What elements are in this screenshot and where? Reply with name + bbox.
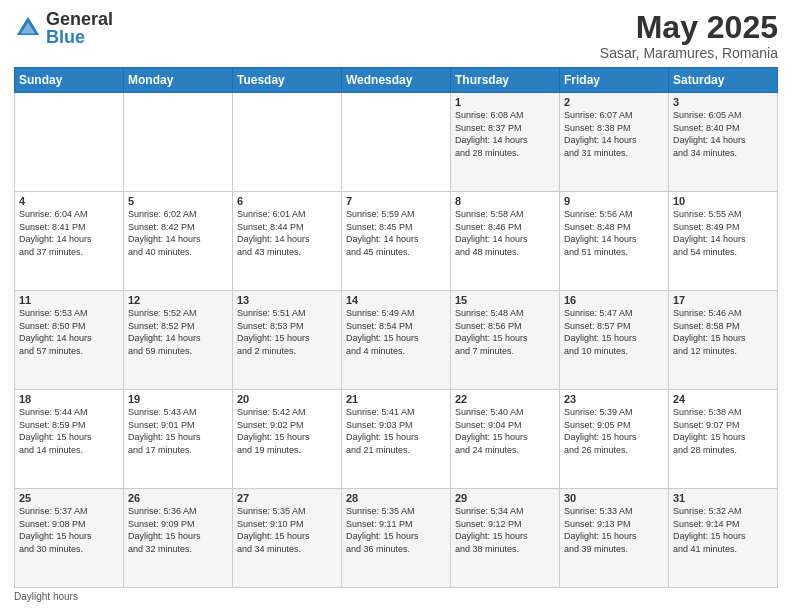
calendar-subtitle: Sasar, Maramures, Romania	[600, 45, 778, 61]
day-number: 9	[564, 195, 664, 207]
day-info: Sunrise: 5:41 AM Sunset: 9:03 PM Dayligh…	[346, 406, 446, 456]
calendar-cell: 11Sunrise: 5:53 AM Sunset: 8:50 PM Dayli…	[15, 291, 124, 390]
calendar-cell: 29Sunrise: 5:34 AM Sunset: 9:12 PM Dayli…	[451, 489, 560, 588]
day-info: Sunrise: 5:32 AM Sunset: 9:14 PM Dayligh…	[673, 505, 773, 555]
day-number: 30	[564, 492, 664, 504]
day-number: 16	[564, 294, 664, 306]
day-number: 7	[346, 195, 446, 207]
day-number: 3	[673, 96, 773, 108]
calendar-cell: 15Sunrise: 5:48 AM Sunset: 8:56 PM Dayli…	[451, 291, 560, 390]
week-row-3: 11Sunrise: 5:53 AM Sunset: 8:50 PM Dayli…	[15, 291, 778, 390]
calendar-cell: 7Sunrise: 5:59 AM Sunset: 8:45 PM Daylig…	[342, 192, 451, 291]
calendar-cell: 6Sunrise: 6:01 AM Sunset: 8:44 PM Daylig…	[233, 192, 342, 291]
calendar-cell: 9Sunrise: 5:56 AM Sunset: 8:48 PM Daylig…	[560, 192, 669, 291]
calendar-cell: 28Sunrise: 5:35 AM Sunset: 9:11 PM Dayli…	[342, 489, 451, 588]
day-info: Sunrise: 5:36 AM Sunset: 9:09 PM Dayligh…	[128, 505, 228, 555]
calendar-cell	[233, 93, 342, 192]
calendar-cell: 21Sunrise: 5:41 AM Sunset: 9:03 PM Dayli…	[342, 390, 451, 489]
calendar-cell: 31Sunrise: 5:32 AM Sunset: 9:14 PM Dayli…	[669, 489, 778, 588]
week-row-5: 25Sunrise: 5:37 AM Sunset: 9:08 PM Dayli…	[15, 489, 778, 588]
day-info: Sunrise: 5:42 AM Sunset: 9:02 PM Dayligh…	[237, 406, 337, 456]
day-info: Sunrise: 5:35 AM Sunset: 9:10 PM Dayligh…	[237, 505, 337, 555]
col-saturday: Saturday	[669, 68, 778, 93]
day-number: 24	[673, 393, 773, 405]
col-thursday: Thursday	[451, 68, 560, 93]
day-info: Sunrise: 5:58 AM Sunset: 8:46 PM Dayligh…	[455, 208, 555, 258]
calendar-cell: 17Sunrise: 5:46 AM Sunset: 8:58 PM Dayli…	[669, 291, 778, 390]
calendar-cell: 24Sunrise: 5:38 AM Sunset: 9:07 PM Dayli…	[669, 390, 778, 489]
calendar-cell: 25Sunrise: 5:37 AM Sunset: 9:08 PM Dayli…	[15, 489, 124, 588]
week-row-2: 4Sunrise: 6:04 AM Sunset: 8:41 PM Daylig…	[15, 192, 778, 291]
calendar-cell: 14Sunrise: 5:49 AM Sunset: 8:54 PM Dayli…	[342, 291, 451, 390]
col-friday: Friday	[560, 68, 669, 93]
day-info: Sunrise: 5:49 AM Sunset: 8:54 PM Dayligh…	[346, 307, 446, 357]
day-number: 10	[673, 195, 773, 207]
day-info: Sunrise: 5:47 AM Sunset: 8:57 PM Dayligh…	[564, 307, 664, 357]
calendar-header-row: Sunday Monday Tuesday Wednesday Thursday…	[15, 68, 778, 93]
calendar-cell: 5Sunrise: 6:02 AM Sunset: 8:42 PM Daylig…	[124, 192, 233, 291]
day-number: 19	[128, 393, 228, 405]
footer-note: Daylight hours	[14, 591, 778, 602]
col-wednesday: Wednesday	[342, 68, 451, 93]
day-info: Sunrise: 5:33 AM Sunset: 9:13 PM Dayligh…	[564, 505, 664, 555]
day-info: Sunrise: 5:37 AM Sunset: 9:08 PM Dayligh…	[19, 505, 119, 555]
daylight-hours-label: Daylight hours	[14, 591, 78, 602]
col-sunday: Sunday	[15, 68, 124, 93]
day-info: Sunrise: 5:59 AM Sunset: 8:45 PM Dayligh…	[346, 208, 446, 258]
logo: General Blue	[14, 10, 113, 46]
day-info: Sunrise: 6:07 AM Sunset: 8:38 PM Dayligh…	[564, 109, 664, 159]
calendar-cell: 30Sunrise: 5:33 AM Sunset: 9:13 PM Dayli…	[560, 489, 669, 588]
calendar-cell	[124, 93, 233, 192]
day-info: Sunrise: 5:48 AM Sunset: 8:56 PM Dayligh…	[455, 307, 555, 357]
day-number: 5	[128, 195, 228, 207]
day-number: 14	[346, 294, 446, 306]
calendar-cell: 18Sunrise: 5:44 AM Sunset: 8:59 PM Dayli…	[15, 390, 124, 489]
calendar-cell: 3Sunrise: 6:05 AM Sunset: 8:40 PM Daylig…	[669, 93, 778, 192]
day-info: Sunrise: 5:56 AM Sunset: 8:48 PM Dayligh…	[564, 208, 664, 258]
day-info: Sunrise: 5:53 AM Sunset: 8:50 PM Dayligh…	[19, 307, 119, 357]
day-number: 21	[346, 393, 446, 405]
page: General Blue May 2025 Sasar, Maramures, …	[0, 0, 792, 612]
calendar-cell: 19Sunrise: 5:43 AM Sunset: 9:01 PM Dayli…	[124, 390, 233, 489]
calendar-cell: 1Sunrise: 6:08 AM Sunset: 8:37 PM Daylig…	[451, 93, 560, 192]
day-info: Sunrise: 5:38 AM Sunset: 9:07 PM Dayligh…	[673, 406, 773, 456]
calendar-cell	[15, 93, 124, 192]
col-monday: Monday	[124, 68, 233, 93]
logo-icon	[14, 14, 42, 42]
header: General Blue May 2025 Sasar, Maramures, …	[14, 10, 778, 61]
day-number: 15	[455, 294, 555, 306]
day-number: 2	[564, 96, 664, 108]
logo-blue-text: Blue	[46, 27, 85, 47]
calendar-cell: 16Sunrise: 5:47 AM Sunset: 8:57 PM Dayli…	[560, 291, 669, 390]
day-info: Sunrise: 6:08 AM Sunset: 8:37 PM Dayligh…	[455, 109, 555, 159]
day-number: 4	[19, 195, 119, 207]
calendar-title: May 2025	[600, 10, 778, 45]
day-info: Sunrise: 5:35 AM Sunset: 9:11 PM Dayligh…	[346, 505, 446, 555]
calendar-cell: 22Sunrise: 5:40 AM Sunset: 9:04 PM Dayli…	[451, 390, 560, 489]
day-number: 22	[455, 393, 555, 405]
calendar-cell: 8Sunrise: 5:58 AM Sunset: 8:46 PM Daylig…	[451, 192, 560, 291]
day-number: 18	[19, 393, 119, 405]
calendar-cell: 10Sunrise: 5:55 AM Sunset: 8:49 PM Dayli…	[669, 192, 778, 291]
day-number: 11	[19, 294, 119, 306]
day-number: 13	[237, 294, 337, 306]
day-number: 12	[128, 294, 228, 306]
day-number: 6	[237, 195, 337, 207]
calendar-cell: 13Sunrise: 5:51 AM Sunset: 8:53 PM Dayli…	[233, 291, 342, 390]
calendar-cell: 23Sunrise: 5:39 AM Sunset: 9:05 PM Dayli…	[560, 390, 669, 489]
calendar-cell: 27Sunrise: 5:35 AM Sunset: 9:10 PM Dayli…	[233, 489, 342, 588]
day-info: Sunrise: 5:34 AM Sunset: 9:12 PM Dayligh…	[455, 505, 555, 555]
day-number: 26	[128, 492, 228, 504]
day-number: 25	[19, 492, 119, 504]
day-info: Sunrise: 5:52 AM Sunset: 8:52 PM Dayligh…	[128, 307, 228, 357]
day-number: 1	[455, 96, 555, 108]
calendar-cell: 2Sunrise: 6:07 AM Sunset: 8:38 PM Daylig…	[560, 93, 669, 192]
day-info: Sunrise: 5:43 AM Sunset: 9:01 PM Dayligh…	[128, 406, 228, 456]
day-info: Sunrise: 6:05 AM Sunset: 8:40 PM Dayligh…	[673, 109, 773, 159]
col-tuesday: Tuesday	[233, 68, 342, 93]
day-number: 8	[455, 195, 555, 207]
day-info: Sunrise: 5:39 AM Sunset: 9:05 PM Dayligh…	[564, 406, 664, 456]
week-row-1: 1Sunrise: 6:08 AM Sunset: 8:37 PM Daylig…	[15, 93, 778, 192]
day-number: 27	[237, 492, 337, 504]
day-number: 28	[346, 492, 446, 504]
